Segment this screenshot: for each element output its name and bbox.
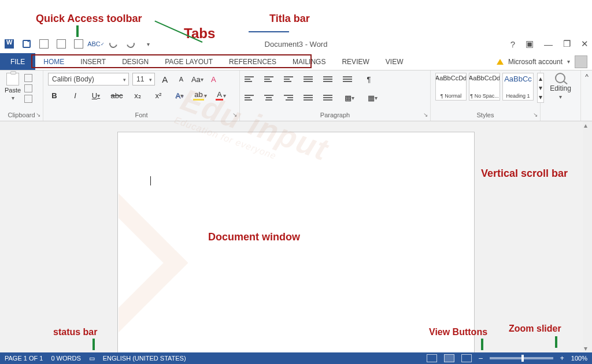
status-proof-icon[interactable]: ▭ <box>89 355 95 362</box>
editing-button[interactable]: Editing ▾ <box>550 73 571 100</box>
ribbon-home: Paste ▾ Clipboard ↘ Calibri (Body) ▾ <box>0 70 592 121</box>
qat-customize-dropdown[interactable]: ▾ <box>142 38 154 50</box>
show-pilcrow-button[interactable]: ¶ <box>362 73 375 86</box>
shading-button[interactable]: ▩▾ <box>343 91 356 104</box>
font-size-combo[interactable]: 11 ▾ <box>132 73 155 86</box>
bold-button[interactable]: B <box>48 89 61 102</box>
decrease-indent-button[interactable] <box>304 75 313 83</box>
multilevel-list-button[interactable] <box>284 75 293 83</box>
tab-references[interactable]: REFERENCES <box>221 53 284 70</box>
style-card-1[interactable]: AaBbCcDd¶ No Spac... <box>469 73 500 101</box>
align-right-button[interactable] <box>284 94 293 102</box>
increase-indent-button[interactable] <box>323 75 332 83</box>
avatar[interactable] <box>575 55 587 68</box>
align-center-button[interactable] <box>264 94 273 102</box>
style-card-2[interactable]: AaBbCcHeading 1 <box>502 73 534 101</box>
status-language[interactable]: ENGLISH (UNITED STATES) <box>103 355 186 362</box>
styles-gallery[interactable]: AaBbCcDd¶ NormalAaBbCcDd¶ No Spac...AaBb… <box>435 73 534 101</box>
decrease-font-button[interactable]: A <box>175 73 187 86</box>
clipboard-group-label: Clipboard ↘ <box>5 110 38 120</box>
zoom-out-button[interactable]: – <box>479 354 483 362</box>
status-words[interactable]: 0 WORDS <box>51 355 80 362</box>
window-controls: ? ▣ — ❐ ✕ <box>510 35 589 53</box>
text-effects-button[interactable]: A ▾ <box>173 89 186 102</box>
paragraph-group-label: Paragraph ↘ <box>245 110 426 120</box>
style-card-0[interactable]: AaBbCcDd¶ Normal <box>435 73 467 101</box>
ribbon-collapse-button[interactable]: ^ <box>582 70 592 121</box>
restore-button[interactable]: ❐ <box>563 39 571 49</box>
font-color-button[interactable]: A ▾ <box>214 89 227 102</box>
increase-font-button[interactable]: A <box>158 73 171 86</box>
qat-open-button[interactable] <box>73 38 84 50</box>
help-button[interactable]: ? <box>510 39 515 49</box>
font-name-value: Calibri (Body) <box>52 75 94 83</box>
font-group: Calibri (Body) ▾ 11 ▾ A A Aa ▾ A B I U ▾ <box>43 70 240 121</box>
tab-review[interactable]: REVIEW <box>334 53 377 70</box>
clear-formatting-button[interactable]: A <box>207 73 220 86</box>
ribbon-tabs: FILE HOME INSERT DESIGN PAGE LAYOUT REFE… <box>0 53 592 70</box>
print-layout-button[interactable] <box>444 354 454 362</box>
paragraph-launcher[interactable]: ↘ <box>423 112 428 118</box>
zoom-slider[interactable] <box>490 357 553 359</box>
font-size-value: 11 <box>136 75 144 83</box>
find-icon <box>555 73 565 83</box>
align-justify-button[interactable] <box>304 94 313 102</box>
status-page[interactable]: PAGE 1 OF 1 <box>5 355 43 362</box>
qat-touch-mode-button[interactable] <box>38 38 50 50</box>
tab-file[interactable]: FILE <box>0 53 35 70</box>
document-page[interactable] <box>117 132 475 352</box>
change-case-button[interactable]: Aa ▾ <box>191 73 204 86</box>
word-app-icon[interactable] <box>3 38 15 50</box>
subscript-button[interactable]: x₂ <box>131 89 144 102</box>
tab-mailings[interactable]: MAILINGS <box>284 53 334 70</box>
save-button[interactable] <box>21 38 32 50</box>
status-bar: PAGE 1 OF 1 0 WORDS ▭ ENGLISH (UNITED ST… <box>0 352 592 364</box>
vertical-scroll-bar[interactable] <box>583 121 592 352</box>
underline-button[interactable]: U ▾ <box>90 89 102 102</box>
zoom-value[interactable]: 100% <box>571 355 587 362</box>
qat-new-button[interactable] <box>56 38 67 50</box>
numbering-button[interactable] <box>264 75 273 83</box>
bullets-button[interactable] <box>245 75 254 83</box>
superscript-button[interactable]: x² <box>152 89 165 102</box>
tab-view[interactable]: VIEW <box>378 53 412 70</box>
format-painter-button[interactable] <box>24 95 32 103</box>
anno-qat-label: Quick Access toolbar <box>36 13 142 25</box>
tab-home[interactable]: HOME <box>35 53 72 70</box>
clipboard-launcher[interactable]: ↘ <box>36 112 40 118</box>
zoom-in-button[interactable]: + <box>560 354 564 362</box>
italic-button[interactable]: I <box>69 89 82 102</box>
undo-button[interactable] <box>108 38 119 50</box>
anno-qat-tick <box>76 25 79 37</box>
account-label[interactable]: Microsoft account <box>508 58 563 66</box>
redo-button[interactable] <box>125 38 136 50</box>
chevron-down-icon[interactable]: ▾ <box>567 58 570 65</box>
minimize-button[interactable]: — <box>544 39 553 49</box>
font-name-combo[interactable]: Calibri (Body) ▾ <box>48 73 129 86</box>
spelling-button[interactable]: ABC✓ <box>90 38 102 50</box>
read-mode-button[interactable] <box>427 354 437 362</box>
chevron-down-icon: ▾ <box>559 94 562 100</box>
line-spacing-button[interactable] <box>323 94 332 102</box>
web-layout-button[interactable] <box>461 354 472 362</box>
paste-icon <box>6 73 19 86</box>
tab-page-layout[interactable]: PAGE LAYOUT <box>157 53 221 70</box>
quick-access-toolbar: ABC✓ ▾ <box>0 38 154 50</box>
strikethrough-button[interactable]: abc <box>110 89 123 102</box>
ribbon-display-options[interactable]: ▣ <box>526 39 534 49</box>
copy-button[interactable] <box>24 84 32 92</box>
tab-insert[interactable]: INSERT <box>72 53 114 70</box>
text-cursor <box>150 176 151 185</box>
anno-viewbuttons-tick <box>481 339 483 350</box>
font-launcher[interactable]: ↘ <box>232 112 237 118</box>
cut-button[interactable] <box>24 74 32 82</box>
borders-button[interactable]: ▦▾ <box>366 91 379 104</box>
editing-group: Editing ▾ . <box>541 70 581 121</box>
styles-launcher[interactable]: ↘ <box>533 112 538 118</box>
align-left-button[interactable] <box>245 94 254 102</box>
highlight-button[interactable]: ab ▾ <box>194 89 206 102</box>
close-button[interactable]: ✕ <box>581 39 589 49</box>
tab-design[interactable]: DESIGN <box>114 53 157 70</box>
paste-button[interactable]: Paste ▾ <box>5 73 21 101</box>
sort-button[interactable] <box>343 75 352 83</box>
